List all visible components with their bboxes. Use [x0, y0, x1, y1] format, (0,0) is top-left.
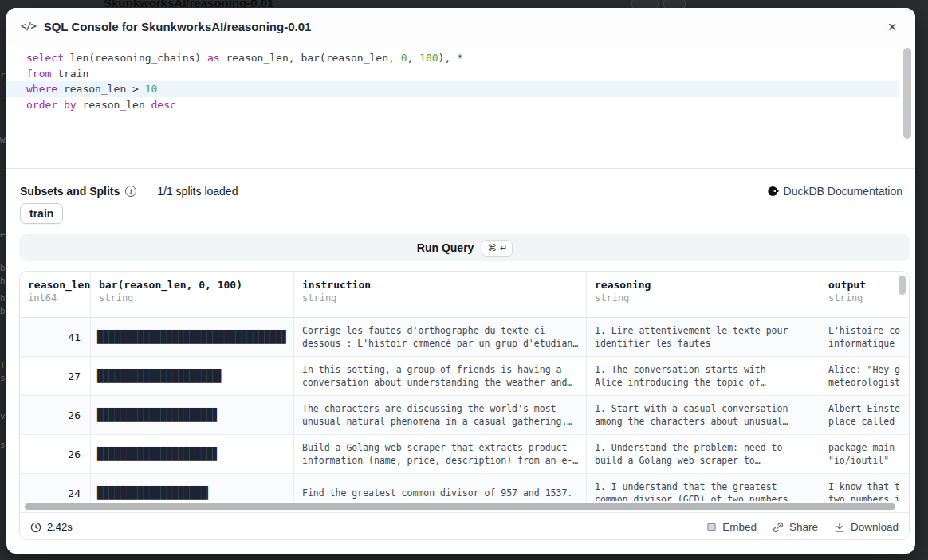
- cell-reasoning[interactable]: 1. Start with a casual conversation amon…: [587, 396, 820, 434]
- share-label: Share: [789, 521, 818, 533]
- column-type: string: [595, 292, 812, 303]
- cell-text: 1. Understand the problem: need to build…: [587, 441, 796, 467]
- cell-reason-len[interactable]: 27: [20, 357, 91, 395]
- background-text-fragment: b: [0, 263, 6, 273]
- cell-text: Build a Golang web scraper that extracts…: [294, 441, 586, 467]
- cell-text: Corrige les fautes d'orthographe du text…: [294, 324, 586, 350]
- results-card: reason_lenint64bar(reason_len, 0, 100)st…: [19, 271, 910, 540]
- column-header-reason-len: reason_lenint64: [20, 272, 91, 317]
- table-row: 27█████████████████████▌In this setting,…: [20, 357, 910, 396]
- cell-reasoning[interactable]: 1. Understand the problem: need to build…: [587, 435, 820, 473]
- bar-glyph: ████████████████████▊: [97, 408, 218, 422]
- bar-glyph: █████████████████████▌: [97, 369, 224, 383]
- table-row: 41████████████████████████████████▊Corri…: [20, 318, 910, 357]
- download-label: Download: [851, 521, 899, 533]
- bar-glyph: ████████████████████████████████▊: [97, 330, 287, 344]
- cell-text: I know that t two numbers i: [820, 480, 903, 501]
- sql-console-dialog: </> SQL Console for SkunkworksAI/reasoni…: [6, 8, 915, 554]
- code-icon: </>: [21, 21, 36, 32]
- table-vertical-scrollbar[interactable]: [899, 276, 906, 295]
- cell-instruction[interactable]: In this setting, a group of friends is h…: [294, 357, 587, 395]
- embed-button[interactable]: Embed: [706, 521, 757, 533]
- splits-status: 1/1 splits loaded: [157, 185, 238, 198]
- column-name: reasoning: [595, 279, 812, 291]
- cell-text: 1. Start with a casual conversation amon…: [587, 402, 796, 428]
- code-line: order by reason_len desc: [6, 97, 915, 113]
- code-line: where reason_len > 10: [6, 81, 899, 97]
- duckdb-icon: [768, 186, 779, 197]
- shortcut-badge: ⌘ ↵: [482, 240, 513, 257]
- background-text-fragment: h: [0, 293, 6, 303]
- sql-editor[interactable]: select len(reasoning_chains) as reason_l…: [6, 45, 915, 169]
- run-query-button[interactable]: Run Query ⌘ ↵: [19, 234, 910, 261]
- share-button[interactable]: Share: [773, 521, 818, 533]
- embed-label: Embed: [722, 521, 757, 533]
- background-text-fragment: T: [0, 360, 6, 370]
- code-line: select len(reasoning_chains) as reason_l…: [6, 50, 915, 66]
- run-query-label: Run Query: [417, 241, 474, 254]
- cell-text: package main "io/ioutil": [820, 441, 898, 467]
- cell-instruction[interactable]: Find the greatest common divisor of 957 …: [294, 474, 587, 501]
- cell-reason-len[interactable]: 41: [20, 318, 91, 356]
- cell-reasoning[interactable]: 1. I understand that the greatest common…: [587, 474, 820, 501]
- column-type: string: [302, 292, 578, 303]
- table-row: 26████████████████████▊The characters ar…: [20, 396, 910, 435]
- background-text-fragment: s: [0, 373, 6, 383]
- cell-text: 1. The conversation starts with Alice in…: [587, 363, 796, 389]
- background-text-fragment: b: [0, 306, 6, 316]
- column-header-output: outputstring: [820, 272, 910, 317]
- table-row: 24███████████████████▎Find the greatest …: [20, 474, 910, 501]
- download-icon: [834, 522, 845, 533]
- query-duration: 2.42s: [30, 521, 73, 533]
- cell-bar[interactable]: ████████████████████████████████▊: [91, 318, 294, 356]
- editor-scrollbar[interactable]: [903, 48, 911, 139]
- cell-instruction[interactable]: The characters are discussing the world'…: [294, 396, 587, 434]
- embed-icon: [706, 522, 717, 532]
- cell-output[interactable]: I know that t two numbers i: [820, 474, 910, 501]
- dialog-title: SQL Console for SkunkworksAI/reasoning-0…: [44, 20, 312, 33]
- cell-output[interactable]: Albert Einste place called: [820, 396, 910, 434]
- background-text-fragment: v: [0, 411, 6, 421]
- cell-text: 1. Lire attentivement le texte pour iden…: [587, 324, 796, 350]
- duckdb-doc-label: DuckDB Documentation: [784, 185, 902, 198]
- cell-output[interactable]: package main "io/ioutil": [820, 435, 910, 473]
- background-text-fragment: r: [0, 70, 6, 80]
- query-duration-value: 2.42s: [47, 521, 73, 533]
- download-button[interactable]: Download: [834, 521, 899, 533]
- cell-text: Find the greatest common divisor of 957 …: [294, 487, 576, 499]
- cell-reasoning[interactable]: 1. The conversation starts with Alice in…: [587, 357, 820, 395]
- share-link-icon: [773, 522, 784, 533]
- cell-reason-len[interactable]: 26: [20, 396, 91, 434]
- cell-text: L'histoire co informatique: [820, 324, 903, 350]
- cell-text: The characters are discussing the world'…: [294, 402, 586, 428]
- column-type: string: [828, 292, 910, 303]
- cell-bar[interactable]: ████████████████████▊: [91, 435, 294, 473]
- cell-reason-len[interactable]: 24: [20, 474, 91, 501]
- cell-instruction[interactable]: Corrige les fautes d'orthographe du text…: [294, 318, 587, 356]
- cell-reason-len[interactable]: 26: [20, 435, 91, 473]
- column-name: reason_len: [28, 279, 82, 291]
- subsets-heading: Subsets and Splits: [20, 185, 120, 198]
- table-row: 26████████████████████▊Build a Golang we…: [20, 435, 910, 474]
- column-type: int64: [28, 292, 82, 303]
- bar-glyph: ███████████████████▎: [97, 486, 213, 500]
- table-body: 41████████████████████████████████▊Corri…: [20, 318, 910, 501]
- cell-text: Alice: "Hey g meteorologist: [820, 363, 903, 389]
- background-text-fragment: e: [0, 229, 6, 240]
- cell-instruction[interactable]: Build a Golang web scraper that extracts…: [294, 435, 587, 473]
- clock-icon: [30, 522, 41, 533]
- table-horizontal-scrollbar[interactable]: [25, 503, 895, 510]
- close-icon[interactable]: ×: [882, 17, 902, 37]
- cell-output[interactable]: L'histoire co informatique: [820, 318, 910, 356]
- table-scrollbar-track: [20, 501, 909, 512]
- split-chip-train[interactable]: train: [20, 203, 63, 224]
- info-icon[interactable]: i: [125, 186, 136, 197]
- cell-output[interactable]: Alice: "Hey g meteorologist: [820, 357, 910, 395]
- cell-reasoning[interactable]: 1. Lire attentivement le texte pour iden…: [587, 318, 820, 356]
- cell-bar[interactable]: ████████████████████▊: [91, 396, 294, 434]
- cell-text: 1. I understand that the greatest common…: [587, 480, 796, 501]
- cell-bar[interactable]: █████████████████████▌: [91, 357, 294, 395]
- cell-bar[interactable]: ███████████████████▎: [91, 474, 294, 501]
- duckdb-doc-link[interactable]: DuckDB Documentation: [768, 185, 902, 198]
- dialog-titlebar: </> SQL Console for SkunkworksAI/reasoni…: [6, 8, 915, 45]
